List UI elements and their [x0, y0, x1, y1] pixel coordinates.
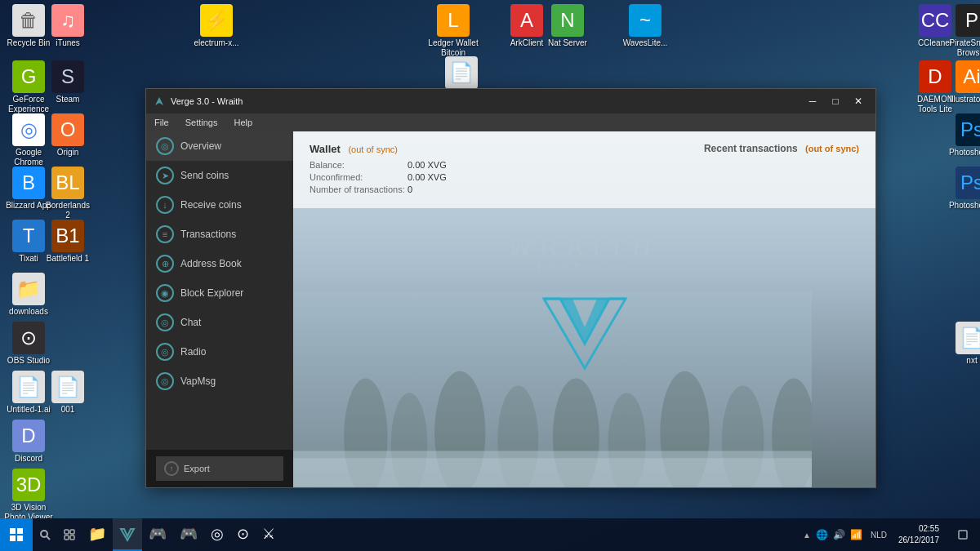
piratesnoop-icon: P [956, 4, 980, 37]
taskbar-clock[interactable]: 02:55 26/12/2017 [892, 518, 946, 551]
sidebar-item-vapmsg-label: VapMsg [180, 375, 216, 387]
desktop-icon-label: downloads [9, 307, 48, 317]
001-icon: 📄 [51, 371, 84, 403]
desktop-icon-nxt[interactable]: 📄 nxt [943, 318, 980, 369]
desktop-icon-label: OBS Studio [7, 356, 50, 366]
taskbar-time: 02:55 [919, 523, 939, 535]
discord-icon: D [12, 420, 45, 452]
recent-sync-badge: (out of sync) [805, 144, 859, 153]
sidebar-item-chat[interactable]: ◎ Chat [146, 308, 293, 337]
waves-icon: ~ [629, 4, 662, 37]
taskbar-app-overwatch[interactable]: ⊙ [230, 518, 256, 551]
desktop-icon-itunes[interactable]: ♫ iTunes [39, 1, 96, 51]
desktop-icon-discord[interactable]: D Discord [0, 416, 57, 467]
desktop-icon-photoshop1[interactable]: Ps Photoshop... [943, 110, 980, 161]
taskbar-app-epic[interactable]: 🎮 [173, 518, 204, 551]
desktop-icon-waves[interactable]: ~ WavesLite... [617, 1, 674, 51]
tray-icon-volume: 🔊 [833, 529, 845, 540]
steam-icon: S [51, 60, 84, 93]
sidebar-item-address[interactable]: ⊕ Address Book [146, 249, 293, 278]
main-content: Wallet (out of sync) Balance: 0.00 XVG U… [293, 131, 875, 487]
desktop-icon-illustrator[interactable]: Ai IllustratorP... [943, 57, 980, 108]
3dvision-icon: 3D [12, 469, 45, 501]
wallet-sync-status: (out of sync) [348, 143, 398, 155]
svg-rect-16 [10, 528, 16, 534]
unconfirmed-label: Unconfirmed: [310, 172, 408, 182]
svg-rect-25 [70, 535, 74, 540]
taskbar-app-lol[interactable]: ⚔ [256, 518, 282, 551]
sidebar-item-radio[interactable]: ◎ Radio [146, 337, 293, 367]
export-button[interactable]: ↑ Export [156, 456, 283, 481]
ledger-icon: L [437, 4, 470, 37]
svg-rect-12 [293, 458, 812, 487]
taskbar-tray: ▲ 🌐 🔊 📶 NLD 02:55 26/12/2017 [798, 518, 980, 551]
desktop-icon-piratesnoop[interactable]: P PirateSnoop Browser [943, 1, 980, 61]
photoshop2-icon: Ps [956, 167, 980, 199]
desktop-icon-label: Battlefield 1 [47, 254, 89, 264]
taskbar-app-verge[interactable] [113, 518, 142, 551]
maximize-button[interactable]: □ [825, 93, 846, 109]
radio-icon: ◎ [156, 343, 174, 361]
nat-icon: N [551, 4, 584, 37]
desktop-icon-obs[interactable]: ⊙ OBS Studio [0, 318, 57, 369]
export-label: Export [184, 464, 210, 473]
svg-marker-26 [121, 529, 134, 540]
menu-settings[interactable]: Settings [177, 113, 226, 131]
sidebar-item-send[interactable]: ➤ Send coins [146, 161, 293, 190]
wallet-heading: Wallet (out of sync) [310, 143, 447, 155]
desktop-icon-label: Photoshop... [949, 201, 980, 211]
taskbar-app-explorer[interactable]: 📁 [82, 518, 113, 551]
desktop-icon-nat[interactable]: N Nat Server [539, 1, 596, 51]
sidebar-item-transactions[interactable]: ≡ Transactions [146, 220, 293, 249]
balance-label: Balance: [310, 160, 408, 170]
desktop-icon-photoshop2[interactable]: Ps Photoshop... [943, 163, 980, 214]
minimize-button[interactable]: ─ [802, 93, 823, 109]
export-icon: ↑ [164, 461, 179, 476]
sidebar-item-vapmsg[interactable]: ◎ VapMsg [146, 367, 293, 396]
task-view-button[interactable] [57, 518, 82, 551]
bf1-icon: B1 [51, 220, 84, 252]
send-icon: ➤ [156, 167, 174, 184]
desktop-icon-label: IllustratorP... [950, 95, 980, 104]
notification-button[interactable] [951, 518, 975, 551]
desktop-icon-label: electrum-x... [194, 38, 238, 48]
sidebar-item-overview[interactable]: ◎ Overview [146, 131, 293, 161]
sidebar-item-explorer[interactable]: ◉ Block Explorer [146, 278, 293, 308]
menu-file[interactable]: File [146, 113, 177, 131]
desktop-icon-label: 001 [61, 405, 75, 415]
sidebar-item-send-label: Send coins [180, 170, 229, 181]
tray-expand-icon[interactable]: ▲ [803, 531, 811, 540]
electrum-icon: ⚡ [200, 4, 233, 37]
sidebar-item-receive[interactable]: ↓ Receive coins [146, 190, 293, 220]
desktop-icon-origin[interactable]: O Origin [39, 110, 96, 161]
window-controls: ─ □ ✕ [802, 93, 869, 109]
desktop-icon-steam[interactable]: S Steam [39, 57, 96, 108]
desktop-icon-downloads[interactable]: 📁 downloads [0, 269, 57, 320]
menu-help[interactable]: Help [225, 113, 261, 131]
desktop-icon-bf1[interactable]: B1 Battlefield 1 [39, 216, 96, 267]
tx-count-label: Number of transactions: [310, 184, 408, 194]
window-menubar: File Settings Help [146, 113, 875, 131]
desktop-icon-borderlands[interactable]: BL Borderlands 2 [39, 163, 96, 224]
desktop: 🗑 Recycle Bin ♫ iTunes ⚡ electrum-x... L… [0, 0, 980, 551]
window-title: Verge 3.0 - Wraith [171, 96, 802, 106]
sidebar-export-area: ↑ Export [146, 450, 293, 487]
receive-icon: ↓ [156, 196, 174, 214]
desktop-icon-ledger[interactable]: L Ledger Wallet Bitcoin [425, 1, 482, 61]
desktop-icon-001[interactable]: 📄 001 [39, 367, 96, 418]
taskbar-search[interactable] [33, 518, 57, 551]
desktop-icon-3dvision[interactable]: 3D 3D Vision Photo Viewer [0, 465, 57, 526]
taskbar-app-wolfenstein[interactable]: 🎮 [142, 518, 173, 551]
desktop-icon-electrum[interactable]: ⚡ electrum-x... [188, 1, 245, 51]
unconfirmed-value: 0.00 XVG [408, 172, 447, 182]
overview-icon: ◎ [156, 137, 174, 155]
svg-rect-19 [17, 535, 23, 541]
origin-icon: O [51, 113, 84, 146]
start-button[interactable] [0, 518, 33, 551]
window-titlebar: Verge 3.0 - Wraith ─ □ ✕ [146, 89, 875, 113]
close-button[interactable]: ✕ [848, 93, 869, 109]
desktop-icon-label: PirateSnoop Browser [947, 38, 980, 58]
ark-icon: A [510, 4, 543, 37]
taskbar-app-osu[interactable]: ◎ [204, 518, 230, 551]
sidebar-item-explorer-label: Block Explorer [180, 287, 243, 299]
